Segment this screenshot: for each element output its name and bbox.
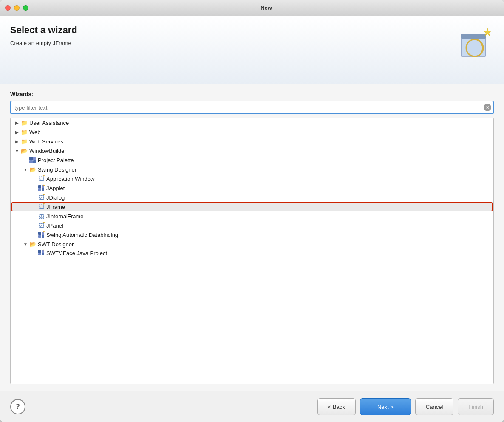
next-button[interactable]: Next > <box>360 398 411 415</box>
expand-arrow: ▶ <box>14 129 20 135</box>
tree-item-swing-designer[interactable]: ▼ 📂 Swing Designer <box>11 165 493 174</box>
tree-item-label: Project Palette <box>38 157 74 163</box>
expand-arrow: ▼ <box>23 241 28 247</box>
tree-item-label: JFrame <box>46 204 65 210</box>
tree-item-jframe[interactable]: ▶ 🖼 ✦ JFrame <box>11 202 493 211</box>
mosaic-star-icon: ✦ <box>38 250 45 256</box>
search-clear-button[interactable]: ✕ <box>484 104 491 111</box>
header-section: Select a wizard Create an empty JFrame <box>0 16 504 84</box>
tree-item-swing-databinding[interactable]: ▶ ✦ Swing Automatic Databinding <box>11 230 493 239</box>
search-container: ✕ <box>10 101 494 114</box>
folder-icon: 📂 <box>29 241 36 248</box>
window-title: New <box>34 5 499 11</box>
search-input[interactable] <box>10 101 494 114</box>
footer: ? < Back Next > Cancel Finish <box>0 391 504 422</box>
help-button[interactable]: ? <box>10 399 25 414</box>
file-star-icon: 🖼 ✦ <box>38 175 45 182</box>
tree-item-project-palette[interactable]: ▶ Project Palette <box>11 155 493 165</box>
cancel-button[interactable]: Cancel <box>415 398 453 415</box>
tree-item-label: JApplet <box>46 185 65 191</box>
traffic-lights <box>5 5 28 11</box>
file-icon: 🖼 <box>38 213 45 219</box>
tree-item-label: Web Services <box>29 138 63 145</box>
tree-item-jdialog[interactable]: ▶ 🖼 ✦ JDialog <box>11 193 493 202</box>
jframe-selected-container: ▶ 🖼 ✦ JFrame <box>11 202 493 211</box>
main-content: Select a wizard Create an empty JFrame W… <box>0 16 504 422</box>
finish-button[interactable]: Finish <box>458 398 494 415</box>
page-subtitle: Create an empty JFrame <box>10 40 456 46</box>
tree-item-jinternalframe[interactable]: ▶ 🖼 JInternalFrame <box>11 211 493 221</box>
footer-right: < Back Next > Cancel Finish <box>317 398 494 415</box>
folder-icon: 📂 <box>21 147 28 154</box>
tree-container[interactable]: ▶ 📁 User Assistance ▶ 📁 Web ▶ 📁 Web Serv… <box>10 118 494 384</box>
tree-item-label: JInternalFrame <box>46 213 83 219</box>
tree-item-web[interactable]: ▶ 📁 Web <box>11 127 493 137</box>
folder-icon: 📁 <box>21 119 28 126</box>
expand-arrow: ▶ <box>14 138 20 144</box>
expand-arrow: ▼ <box>14 148 20 154</box>
tree-item-jpanel[interactable]: ▶ 🖼 ✦ JPanel <box>11 221 493 230</box>
tree-item-label: User Assistance <box>29 120 69 126</box>
svg-rect-1 <box>461 34 486 39</box>
minimize-button[interactable] <box>14 5 20 11</box>
mosaic-star-icon: ✦ <box>38 231 45 238</box>
expand-arrow: ▼ <box>23 166 28 172</box>
maximize-button[interactable] <box>23 5 28 11</box>
tree-item-swt-jface[interactable]: ▶ ✦ SWT/JFace Java Project <box>11 249 493 257</box>
page-title: Select a wizard <box>10 25 456 36</box>
file-star-icon: ✦ <box>38 185 45 191</box>
tree-item-application-window[interactable]: ▶ 🖼 ✦ Application Window <box>11 174 493 183</box>
file-star-icon: 🖼 ✦ <box>38 194 45 201</box>
tree-item-user-assistance[interactable]: ▶ 📁 User Assistance <box>11 118 493 127</box>
body-section: Wizards: ✕ ▶ 📁 User Assistance ▶ 📁 We <box>0 84 504 391</box>
file-star-icon: 🖼 ✦ <box>38 222 45 229</box>
wizards-label: Wizards: <box>10 91 494 97</box>
wizard-icon-svg <box>457 26 493 62</box>
tree-item-label: Web <box>29 129 41 135</box>
tree-item-web-services[interactable]: ▶ 📁 Web Services <box>11 137 493 146</box>
titlebar: New <box>0 0 504 16</box>
header-text: Select a wizard Create an empty JFrame <box>10 25 456 46</box>
footer-left: ? <box>10 399 25 414</box>
file-star-icon: 🖼 ✦ <box>38 203 45 210</box>
mosaic-icon <box>29 157 36 163</box>
tree-item-label: WindowBuilder <box>29 148 66 154</box>
folder-icon: 📁 <box>21 138 28 145</box>
wizard-icon <box>456 25 494 63</box>
expand-arrow: ▶ <box>14 120 20 126</box>
tree-item-label: SWT/JFace Java Project <box>46 250 107 256</box>
tree-item-label: Application Window <box>46 176 94 182</box>
tree-item-label: JPanel <box>46 222 63 229</box>
tree-item-japplet[interactable]: ▶ ✦ JApplet <box>11 183 493 193</box>
folder-icon: 📂 <box>29 166 36 173</box>
tree-item-label: SWT Designer <box>38 241 74 248</box>
tree-item-swt-designer[interactable]: ▼ 📂 SWT Designer <box>11 239 493 249</box>
tree-item-label: JDialog <box>46 194 65 201</box>
folder-icon: 📁 <box>21 129 28 135</box>
new-wizard-window: New Select a wizard Create an empty JFra… <box>0 0 504 422</box>
close-button[interactable] <box>5 5 11 11</box>
tree-item-label: Swing Automatic Databinding <box>46 232 118 238</box>
tree-item-label: Swing Designer <box>38 166 76 173</box>
back-button[interactable]: < Back <box>317 398 356 415</box>
tree-item-windowbuilder[interactable]: ▼ 📂 WindowBuilder <box>11 146 493 155</box>
